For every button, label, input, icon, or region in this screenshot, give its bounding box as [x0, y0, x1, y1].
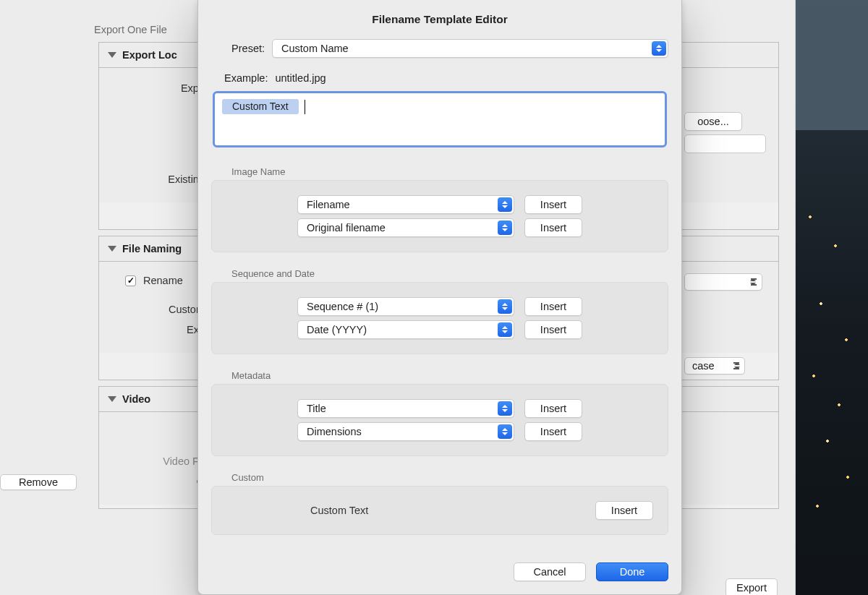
group-label-custom: Custom — [231, 472, 668, 483]
label-folder: F — [111, 98, 205, 119]
row-date: Date (YYYY) Insert — [226, 320, 653, 339]
token-custom-text[interactable]: Custom Text — [222, 99, 299, 114]
button-label: Cancel — [533, 566, 566, 578]
group-label-metadata: Metadata — [231, 370, 668, 381]
cancel-button[interactable]: Cancel — [514, 562, 586, 581]
example-row: Example: untitled.jpg — [224, 72, 668, 84]
rename-label: Rename — [143, 275, 183, 286]
modal-footer: Cancel Done — [211, 555, 668, 581]
image-name-select-1[interactable]: Filename — [297, 195, 514, 214]
metadata-select-2[interactable]: Dimensions — [297, 422, 514, 441]
group-custom: Custom Text Insert — [211, 486, 668, 535]
case-select[interactable]: case — [684, 357, 745, 374]
group-metadata: Title Insert Dimensions Insert — [211, 384, 668, 456]
preset-row: Preset: Custom Name — [211, 39, 668, 58]
button-label: Insert — [540, 199, 566, 210]
caret-updown-icon — [498, 221, 512, 235]
select-value: Dimensions — [307, 426, 362, 437]
button-label: Insert — [540, 301, 566, 312]
template-token-field[interactable]: Custom Text — [213, 91, 667, 147]
text-cursor — [305, 100, 306, 114]
modal-title: Filename Template Editor — [211, 13, 668, 26]
caret-updown-icon — [498, 322, 512, 337]
row-title: Title Insert — [226, 399, 653, 418]
preview-image — [796, 0, 868, 595]
caret-updown-icon — [498, 424, 512, 439]
preset-label: Preset: — [211, 43, 265, 54]
export-button[interactable]: Export — [726, 578, 778, 595]
example-label: Example: — [224, 72, 268, 84]
select-value: Sequence # (1) — [307, 301, 378, 312]
group-image-name: Filename Insert Original filename Insert — [211, 180, 668, 252]
label-video-format: Video Fo — [111, 451, 205, 471]
insert-button[interactable]: Insert — [524, 422, 582, 441]
caret-updown-icon — [498, 401, 512, 416]
select-value: Original filename — [307, 222, 386, 234]
select-value: Filename — [307, 199, 350, 210]
image-name-select-2[interactable]: Original filename — [297, 218, 514, 237]
select-value: case — [692, 360, 715, 372]
caret-updown-icon — [498, 299, 512, 314]
insert-button[interactable]: Insert — [524, 297, 582, 316]
row-custom-text: Custom Text Insert — [226, 501, 653, 520]
filename-template-select[interactable] — [684, 273, 762, 291]
select-value: Date (YYYY) — [307, 324, 367, 335]
insert-button[interactable]: Insert — [524, 195, 582, 214]
sequence-select[interactable]: Sequence # (1) — [297, 297, 514, 316]
example-value: untitled.jpg — [275, 72, 326, 84]
remove-button[interactable]: Remove — [0, 474, 77, 490]
button-label: Done — [620, 566, 645, 578]
row-original-filename: Original filename Insert — [226, 218, 653, 237]
insert-button[interactable]: Insert — [524, 218, 582, 237]
section-title: Export Loc — [122, 49, 177, 61]
select-value: Title — [307, 403, 326, 414]
section-title: Video — [122, 393, 150, 405]
disclosure-triangle-icon — [108, 396, 116, 402]
subfolder-input[interactable] — [684, 134, 766, 153]
row-dimensions: Dimensions Insert — [226, 422, 653, 441]
select-value: Custom Name — [281, 43, 349, 54]
disclosure-triangle-icon — [108, 52, 116, 58]
button-label: Insert — [540, 222, 566, 234]
label-custom-text: Custom — [111, 299, 205, 320]
choose-folder-button[interactable]: oose... — [684, 112, 742, 131]
button-label: Insert — [540, 403, 566, 414]
export-dialog-subtitle: Export One File — [94, 24, 167, 35]
group-sequence-date: Sequence # (1) Insert Date (YYYY) Insert — [211, 282, 668, 354]
select-value — [692, 276, 695, 288]
row-sequence: Sequence # (1) Insert — [226, 297, 653, 316]
remove-button-label: Remove — [19, 476, 58, 488]
rename-checkbox[interactable] — [125, 275, 136, 286]
preset-select[interactable]: Custom Name — [272, 39, 668, 58]
section-title: File Naming — [122, 243, 182, 254]
insert-button[interactable]: Insert — [524, 320, 582, 339]
filename-template-editor-modal: Filename Template Editor Preset: Custom … — [197, 0, 682, 595]
label-example: Exa — [111, 320, 205, 340]
insert-button[interactable]: Insert — [595, 501, 653, 520]
row-filename: Filename Insert — [226, 195, 653, 214]
choose-button-label: oose... — [697, 116, 729, 127]
date-select[interactable]: Date (YYYY) — [297, 320, 514, 339]
disclosure-triangle-icon — [108, 246, 116, 252]
custom-text-label: Custom Text — [226, 505, 585, 516]
caret-updown-icon — [750, 278, 756, 286]
label-quality: Q — [111, 471, 205, 492]
caret-updown-icon — [734, 362, 740, 369]
done-button[interactable]: Done — [596, 562, 668, 581]
button-label: Insert — [540, 426, 566, 437]
button-label: Insert — [611, 505, 637, 516]
insert-button[interactable]: Insert — [524, 399, 582, 418]
metadata-select-1[interactable]: Title — [297, 399, 514, 418]
button-label: Insert — [540, 324, 566, 335]
caret-updown-icon — [498, 197, 512, 212]
label-export-to: Expo — [111, 78, 205, 98]
caret-updown-icon — [652, 41, 666, 56]
group-label-image-name: Image Name — [231, 166, 668, 177]
group-label-sequence-date: Sequence and Date — [231, 268, 668, 279]
label-existing-files: Existing — [111, 169, 205, 189]
export-button-label: Export — [736, 582, 767, 594]
token-label: Custom Text — [232, 100, 289, 112]
